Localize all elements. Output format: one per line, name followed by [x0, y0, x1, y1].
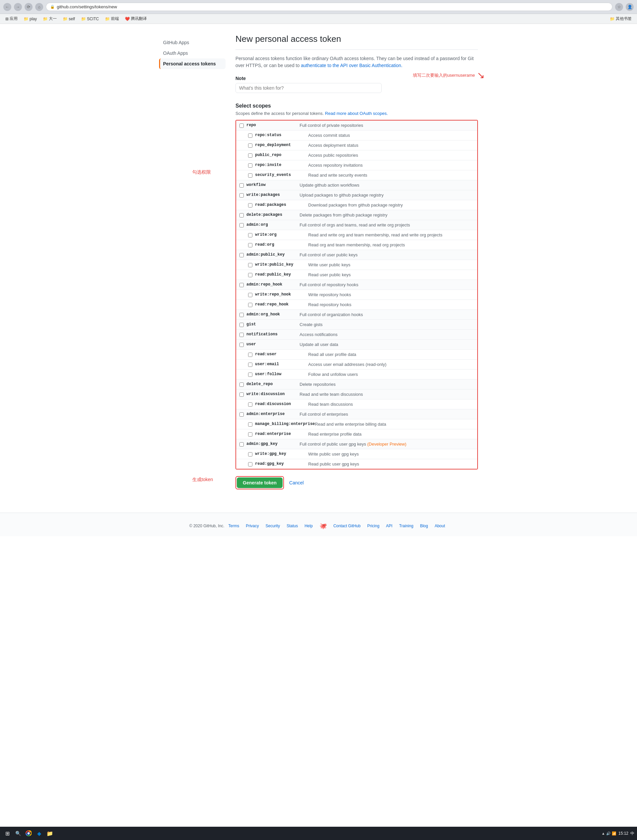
- scope-checkbox-user[interactable]: [239, 343, 244, 347]
- scope-desc-admin_org_hook: Full control of organization hooks: [300, 312, 363, 317]
- footer-contact[interactable]: Contact GitHub: [334, 524, 361, 528]
- bookmark-dayi[interactable]: 📁 大一: [41, 15, 59, 22]
- scope-checkbox-read_gpg_key[interactable]: [248, 462, 253, 466]
- generate-token-button[interactable]: Generate token: [237, 477, 283, 488]
- footer-about[interactable]: About: [435, 524, 445, 528]
- bookmark-scitc[interactable]: 📁 SCITC: [79, 16, 101, 22]
- footer-api[interactable]: API: [386, 524, 392, 528]
- taskbar-left: ⊞ 🔍 ◆ 📁: [3, 829, 54, 837]
- scope-name-manage_billing_enterprise: manage_billing:enterprise: [255, 422, 315, 426]
- taskbar-start[interactable]: ⊞: [3, 829, 12, 837]
- note-section: Note 填写二次要输入的usernuserame ↘: [236, 76, 478, 93]
- back-button[interactable]: ←: [3, 3, 11, 11]
- bookmark-button[interactable]: ☆: [615, 3, 623, 11]
- taskbar-vscode[interactable]: ◆: [35, 829, 44, 837]
- scope-row: repoFull control of private repositories: [236, 120, 477, 131]
- scope-checkbox-write_discussion[interactable]: [239, 392, 244, 397]
- scope-checkbox-repo_status[interactable]: [248, 133, 253, 138]
- scope-checkbox-read_public_key[interactable]: [248, 273, 253, 277]
- scope-checkbox-read_packages[interactable]: [248, 203, 253, 207]
- scope-checkbox-workflow[interactable]: [239, 183, 244, 188]
- bookmark-tencent[interactable]: ❤️ 腾讯翻译: [123, 15, 149, 22]
- taskbar-search[interactable]: 🔍: [13, 829, 22, 837]
- scope-name-public_repo: public_repo: [255, 153, 308, 157]
- footer-pricing[interactable]: Pricing: [367, 524, 379, 528]
- scope-desc-read_org: Read org and team membership, read org p…: [308, 242, 405, 247]
- scope-desc-delete_packages: Delete packages from github package regi…: [300, 213, 387, 218]
- bookmark-apps[interactable]: ⊞ 应用: [3, 15, 20, 22]
- scope-checkbox-read_discussion[interactable]: [248, 403, 253, 407]
- profile-button[interactable]: 👤: [626, 3, 634, 11]
- footer-links: © 2020 GitHub, Inc. Terms Privacy Securi…: [6, 522, 631, 530]
- scope-checkbox-admin_gpg_key[interactable]: [239, 442, 244, 447]
- taskbar-folder[interactable]: 📁: [45, 829, 54, 837]
- footer: © 2020 GitHub, Inc. Terms Privacy Securi…: [0, 513, 637, 536]
- sidebar-item-personal-tokens[interactable]: Personal access tokens: [159, 58, 226, 69]
- scope-checkbox-repo_invite[interactable]: [248, 163, 253, 168]
- scope-badge-admin_gpg_key[interactable]: (Developer Preview): [366, 442, 406, 447]
- scope-checkbox-write_packages[interactable]: [239, 193, 244, 197]
- scope-name-notifications: notifications: [247, 332, 300, 337]
- scope-desc-admin_public_key: Full control of user public keys: [300, 252, 358, 257]
- taskbar-date: 中: [631, 831, 634, 836]
- scope-checkbox-write_gpg_key[interactable]: [248, 452, 253, 456]
- footer-privacy[interactable]: Privacy: [246, 524, 259, 528]
- scope-checkbox-admin_repo_hook[interactable]: [239, 283, 244, 287]
- scope-name-write_public_key: write:public_key: [255, 262, 308, 267]
- scope-checkbox-admin_org_hook[interactable]: [239, 313, 244, 317]
- cancel-link[interactable]: Cancel: [289, 480, 304, 485]
- api-auth-link[interactable]: authenticate to the API over Basic Authe…: [301, 63, 403, 68]
- scope-checkbox-read_enterprise[interactable]: [248, 432, 253, 437]
- footer-blog[interactable]: Blog: [420, 524, 428, 528]
- scope-checkbox-read_user[interactable]: [248, 353, 253, 357]
- scope-checkbox-read_org[interactable]: [248, 243, 253, 247]
- scope-checkbox-repo[interactable]: [239, 123, 244, 128]
- note-input[interactable]: [236, 83, 382, 93]
- footer-training[interactable]: Training: [399, 524, 414, 528]
- scope-checkbox-delete_repo[interactable]: [239, 382, 244, 387]
- footer-status[interactable]: Status: [287, 524, 298, 528]
- scope-checkbox-admin_org[interactable]: [239, 223, 244, 227]
- footer-help[interactable]: Help: [305, 524, 313, 528]
- bookmark-self[interactable]: 📁 self: [61, 16, 77, 22]
- scope-checkbox-public_repo[interactable]: [248, 153, 253, 158]
- scope-name-read_repo_hook: read:repo_hook: [255, 302, 308, 307]
- home-button[interactable]: ⌂: [35, 3, 43, 11]
- scope-name-delete_packages: delete:packages: [247, 213, 300, 217]
- taskbar-chrome[interactable]: [24, 829, 33, 837]
- sidebar-item-github-apps[interactable]: GitHub Apps: [159, 37, 226, 48]
- scope-checkbox-user_follow[interactable]: [248, 373, 253, 377]
- scope-desc-admin_gpg_key: Full control of public user gpg keys (De…: [300, 442, 406, 447]
- scope-name-read_public_key: read:public_key: [255, 272, 308, 277]
- scope-row: write:public_keyWrite user public keys: [236, 260, 477, 270]
- scope-checkbox-read_repo_hook[interactable]: [248, 303, 253, 307]
- sidebar-item-oauth-apps[interactable]: OAuth Apps: [159, 48, 226, 58]
- scope-checkbox-admin_enterprise[interactable]: [239, 412, 244, 417]
- scope-checkbox-gist[interactable]: [239, 323, 244, 327]
- scope-checkbox-write_public_key[interactable]: [248, 263, 253, 267]
- address-bar[interactable]: 🔒 github.com/settings/tokens/new: [46, 3, 612, 11]
- oauth-scopes-link[interactable]: Read more about OAuth scopes.: [325, 111, 388, 116]
- scope-checkbox-write_repo_hook[interactable]: [248, 293, 253, 297]
- scope-checkbox-write_org[interactable]: [248, 233, 253, 237]
- bookmark-frontend[interactable]: 📁 前端: [103, 15, 121, 22]
- scope-row: user:followFollow and unfollow users: [236, 369, 477, 379]
- scope-desc-repo_deployment: Access deployment status: [308, 143, 358, 148]
- scope-checkbox-notifications[interactable]: [239, 333, 244, 337]
- scope-row: user:emailAccess user email addresses (r…: [236, 360, 477, 369]
- bookmark-other[interactable]: 📁 其他书签: [608, 15, 634, 22]
- scope-checkbox-security_events[interactable]: [248, 173, 253, 178]
- scope-checkbox-repo_deployment[interactable]: [248, 144, 253, 148]
- footer-security[interactable]: Security: [266, 524, 280, 528]
- scope-checkbox-user_email[interactable]: [248, 363, 253, 367]
- refresh-button[interactable]: ⟳: [25, 3, 33, 11]
- scope-row: delete_repoDelete repositories: [236, 379, 477, 390]
- forward-button[interactable]: →: [14, 3, 22, 11]
- bookmark-play[interactable]: 📁 play: [22, 16, 39, 22]
- footer-terms[interactable]: Terms: [229, 524, 239, 528]
- scope-checkbox-manage_billing_enterprise[interactable]: [248, 422, 253, 426]
- annotation-area: 填写二次要输入的usernuserame ↘: [413, 70, 485, 81]
- scope-row: admin:gpg_keyFull control of public user…: [236, 439, 477, 449]
- scope-checkbox-delete_packages[interactable]: [239, 213, 244, 218]
- scope-checkbox-admin_public_key[interactable]: [239, 253, 244, 257]
